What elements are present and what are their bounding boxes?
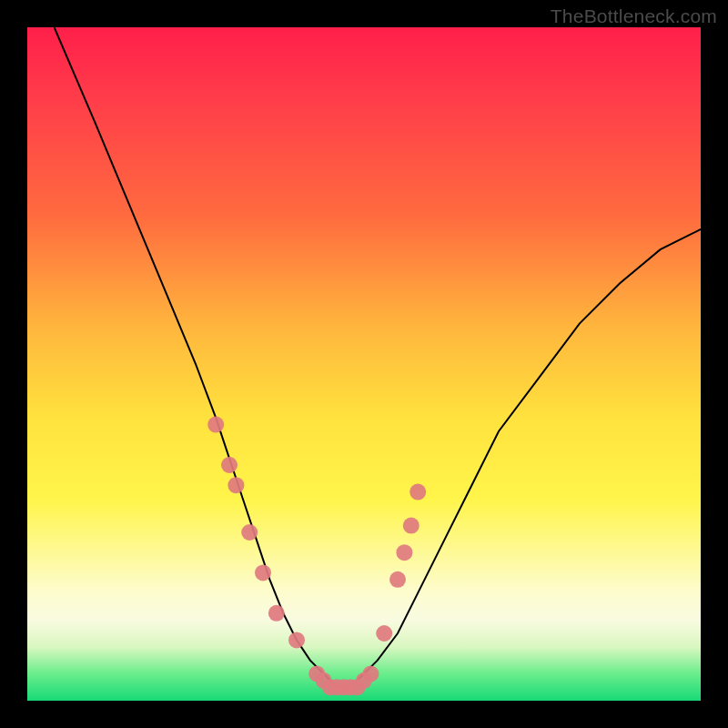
- marker-dot: [376, 625, 392, 642]
- marker-dot: [268, 605, 285, 622]
- marker-dot: [221, 457, 238, 473]
- marker-dot: [255, 564, 271, 581]
- marker-dot: [207, 417, 224, 433]
- bottleneck-curve: [55, 27, 701, 687]
- watermark-text: TheBottleneck.com: [551, 5, 717, 27]
- curve-line: [55, 27, 701, 687]
- marker-dot: [288, 632, 305, 648]
- marker-dot: [410, 484, 426, 500]
- marker-dot: [389, 571, 406, 588]
- chart-frame: TheBottleneck.com: [0, 0, 728, 728]
- marker-dot: [396, 544, 412, 561]
- marker-dot: [403, 518, 420, 534]
- marker-dots: [207, 417, 426, 696]
- marker-dot: [241, 524, 258, 541]
- chart-svg: [27, 27, 701, 701]
- plot-area: [27, 27, 701, 701]
- marker-dot: [228, 477, 244, 493]
- marker-dot: [362, 665, 379, 682]
